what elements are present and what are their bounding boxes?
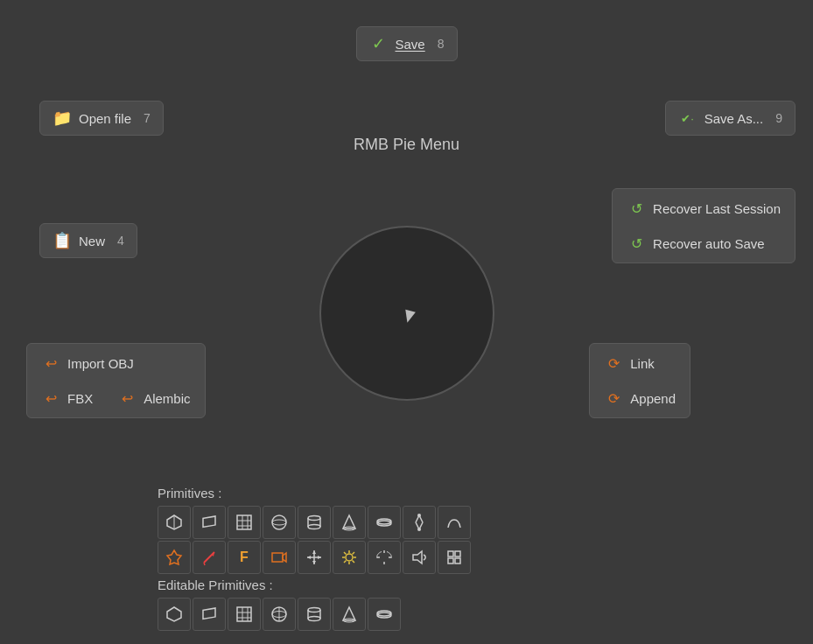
- link-icon: ⟳: [604, 354, 623, 373]
- primitives-section: Primitives :: [158, 486, 471, 574]
- open-file-button[interactable]: 📁 Open file 7: [39, 101, 164, 136]
- new-icon: 📋: [53, 231, 72, 250]
- edit-prim-grid[interactable]: [228, 598, 261, 631]
- svg-point-23: [417, 528, 421, 531]
- edit-prim-cylinder[interactable]: [298, 598, 331, 631]
- svg-rect-51: [455, 551, 460, 556]
- new-button[interactable]: 📋 New 4: [39, 223, 137, 258]
- recover-auto-label: Recover auto Save: [653, 236, 765, 251]
- prim-sphere[interactable]: [263, 506, 296, 539]
- new-label: New: [79, 234, 105, 248]
- save-label: Save: [396, 37, 425, 52]
- recover-last-label: Recover Last Session: [653, 201, 781, 216]
- svg-rect-28: [272, 553, 283, 562]
- editable-primitives-grid: [158, 598, 401, 631]
- recover-auto-save-button[interactable]: ↺ Recover auto Save: [616, 228, 791, 259]
- edit-prim-cone[interactable]: [333, 598, 366, 631]
- saveas-shortcut: 9: [775, 111, 782, 125]
- prim-empty-circle[interactable]: [368, 541, 401, 574]
- prim-torus[interactable]: [368, 506, 401, 539]
- primitives-row-2: F: [158, 541, 471, 574]
- svg-point-64: [308, 608, 320, 612]
- svg-line-25: [204, 552, 214, 563]
- prim-curve[interactable]: [438, 506, 471, 539]
- edit-prim-plane[interactable]: [193, 598, 226, 631]
- prim-grid[interactable]: [228, 506, 261, 539]
- prim-cube[interactable]: [158, 506, 191, 539]
- recover-group: ↺ Recover Last Session ↺ Recover auto Sa…: [612, 188, 795, 263]
- prim-camera[interactable]: [263, 541, 296, 574]
- svg-marker-34: [307, 556, 311, 559]
- editable-primitives-row-1: [158, 598, 401, 631]
- editable-primitives-label: Editable Primitives :: [158, 578, 401, 592]
- svg-rect-53: [455, 558, 460, 564]
- saveas-icon: ✔·: [678, 108, 697, 128]
- svg-rect-3: [237, 515, 251, 529]
- svg-point-36: [346, 554, 353, 561]
- prim-armature[interactable]: [403, 506, 436, 539]
- alembic-button[interactable]: ↩ Alembic: [107, 382, 200, 414]
- svg-marker-24: [167, 550, 181, 564]
- save-icon: ✓: [369, 34, 389, 53]
- svg-point-8: [272, 515, 286, 529]
- save-shortcut: 8: [438, 37, 445, 51]
- alembic-icon: ↩: [117, 388, 137, 408]
- svg-rect-2: [203, 516, 215, 527]
- prim-empty-grid[interactable]: [438, 541, 471, 574]
- alembic-label: Alembic: [144, 391, 190, 406]
- svg-line-41: [344, 552, 347, 555]
- svg-point-67: [308, 617, 320, 621]
- svg-line-44: [344, 561, 347, 564]
- recover-auto-icon: ↺: [627, 234, 646, 253]
- cursor-icon: [402, 310, 416, 326]
- pie-center: [319, 226, 494, 401]
- new-shortcut: 4: [117, 234, 124, 248]
- svg-line-42: [353, 561, 355, 564]
- prim-speaker[interactable]: [403, 541, 436, 574]
- svg-rect-52: [448, 558, 453, 564]
- primitives-row-1: [158, 506, 471, 539]
- fbx-button[interactable]: ↩ FBX: [31, 382, 103, 414]
- primitives-grid: F: [158, 506, 471, 574]
- svg-point-9: [272, 520, 286, 525]
- link-append-group: ⟳ Link ⟳ Append: [589, 343, 690, 418]
- import-obj-button[interactable]: ↩ Import OBJ: [31, 347, 201, 379]
- edit-prim-torus[interactable]: [368, 598, 401, 631]
- link-label: Link: [630, 356, 655, 371]
- pie-menu-title: RMB Pie Menu: [354, 136, 459, 154]
- save-button[interactable]: ✓ Save 8: [356, 26, 458, 61]
- edit-prim-uv-sphere[interactable]: [263, 598, 296, 631]
- svg-marker-54: [167, 607, 181, 621]
- editable-primitives-section: Editable Primitives :: [158, 578, 401, 631]
- prim-cone[interactable]: [333, 506, 366, 539]
- svg-marker-35: [318, 556, 321, 559]
- svg-rect-50: [448, 551, 453, 556]
- prim-cylinder[interactable]: [298, 506, 331, 539]
- edit-prim-cube[interactable]: [158, 598, 191, 631]
- svg-marker-32: [312, 550, 316, 554]
- prim-plane[interactable]: [193, 506, 226, 539]
- svg-line-43: [353, 552, 355, 555]
- save-as-button[interactable]: ✔· Save As... 9: [665, 101, 795, 136]
- svg-point-22: [417, 514, 421, 517]
- import-obj-icon: ↩: [41, 354, 60, 373]
- prim-font[interactable]: F: [228, 541, 261, 574]
- link-button[interactable]: ⟳ Link: [593, 347, 686, 379]
- svg-line-27: [204, 563, 205, 565]
- append-label: Append: [630, 391, 676, 406]
- prim-empty-arrows[interactable]: [298, 541, 331, 574]
- fbx-icon: ↩: [41, 388, 60, 408]
- prim-meta[interactable]: [158, 541, 191, 574]
- open-label: Open file: [79, 111, 131, 126]
- prim-grease-pencil[interactable]: [193, 541, 226, 574]
- fbx-label: FBX: [67, 391, 93, 406]
- prim-light-sun[interactable]: [333, 541, 366, 574]
- recover-last-icon: ↺: [627, 199, 646, 218]
- recover-last-session-button[interactable]: ↺ Recover Last Session: [616, 192, 791, 224]
- import-group: ↩ Import OBJ ↩ FBX ↩ Alembic: [26, 343, 206, 418]
- svg-rect-56: [237, 607, 251, 621]
- append-button[interactable]: ⟳ Append: [593, 382, 686, 414]
- svg-marker-49: [413, 551, 422, 564]
- svg-point-10: [308, 516, 320, 521]
- svg-marker-33: [312, 561, 316, 564]
